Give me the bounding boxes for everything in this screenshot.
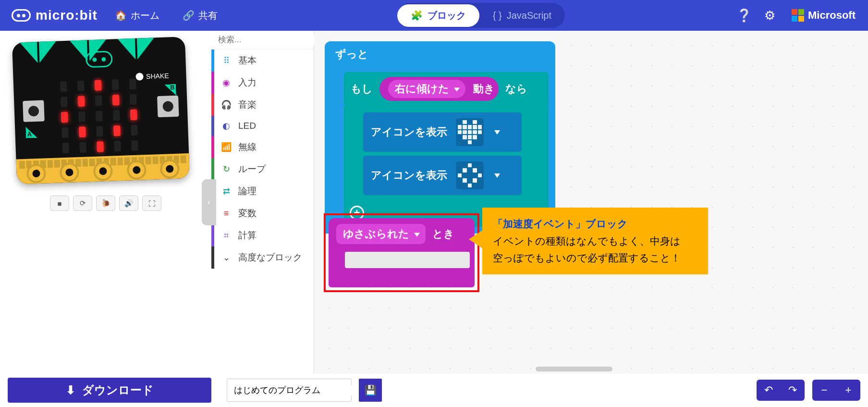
- search-input[interactable]: [217, 35, 321, 45]
- block-show-icon-1[interactable]: アイコンを表示: [363, 112, 522, 152]
- home-label: ホーム: [131, 9, 159, 22]
- led-matrix: [60, 78, 142, 153]
- puzzle-icon: 🧩: [411, 10, 423, 21]
- category-label: LED: [238, 121, 256, 131]
- category-icon: 🎧: [221, 99, 232, 110]
- category-label: 無線: [238, 141, 257, 153]
- button-a[interactable]: [23, 100, 45, 122]
- category-0[interactable]: ⠿基本: [211, 49, 314, 72]
- toolbox: 🔍 ⠿基本◉入力🎧音楽◐LED📶無線↻ループ⇄論理≡変数⌗計算 ⌄ 高度なブロッ…: [211, 31, 314, 373]
- home-button[interactable]: 🏠 ホーム: [106, 5, 168, 26]
- home-icon: 🏠: [115, 10, 127, 21]
- dropdown-icon: [494, 130, 500, 135]
- category-label: 基本: [238, 54, 257, 67]
- icon-diamond[interactable]: [456, 161, 484, 189]
- category-label: 論理: [238, 185, 257, 197]
- toolbox-search: 🔍: [211, 31, 314, 49]
- zoom-out-button[interactable]: −: [812, 380, 836, 401]
- tab-javascript[interactable]: { } JavaScript: [479, 5, 565, 26]
- advanced-label: 高度なブロック: [238, 251, 302, 264]
- show-icon-label-1: アイコンを表示: [371, 125, 447, 139]
- fullscreen-icon: ⛶: [148, 199, 156, 208]
- on-gesture-when: とき: [432, 227, 454, 241]
- category-label: 入力: [238, 76, 257, 89]
- dropdown-icon: [494, 173, 500, 178]
- workspace[interactable]: ずっと もし 右に傾けた 動き なら アイコンを表示: [314, 31, 868, 373]
- stop-icon: ■: [57, 199, 61, 208]
- undo-icon: ↶: [764, 384, 773, 396]
- label-b: B: [164, 84, 176, 96]
- category-icon: ◐: [221, 121, 232, 131]
- logo-text: micro:bit: [36, 8, 98, 23]
- category-3[interactable]: ◐LED: [211, 116, 314, 136]
- zoom-in-button[interactable]: +: [836, 380, 860, 401]
- shake-button[interactable]: SHAKE: [135, 72, 169, 80]
- sim-stop-button[interactable]: ■: [50, 196, 69, 211]
- then-label: なら: [505, 82, 527, 96]
- zoom-group: − +: [812, 380, 860, 401]
- category-label: ループ: [238, 163, 266, 175]
- category-8[interactable]: ⌗計算: [211, 224, 314, 247]
- block-on-gesture[interactable]: ゆさぶられた とき: [329, 218, 475, 287]
- if-label: もし: [351, 82, 373, 96]
- icon-heart[interactable]: [456, 118, 484, 146]
- tab-blocks[interactable]: 🧩 ブロック: [397, 4, 479, 27]
- undo-button[interactable]: ↶: [757, 380, 781, 401]
- gesture-motion-label: 動き: [473, 82, 495, 96]
- redo-icon: ↷: [788, 384, 797, 396]
- workspace-scrollbar[interactable]: [536, 367, 612, 371]
- category-icon: ⠿: [221, 55, 232, 66]
- category-icon: ↻: [221, 164, 232, 174]
- category-1[interactable]: ◉入力: [211, 72, 314, 94]
- category-5[interactable]: ↻ループ: [211, 158, 314, 180]
- callout-line1: イベントの種類はなんでもよく、中身は: [493, 233, 697, 250]
- block-forever[interactable]: ずっと もし 右に傾けた 動き なら アイコンを表示: [325, 41, 555, 234]
- project-name-input[interactable]: [227, 385, 352, 395]
- redo-button[interactable]: ↷: [781, 380, 805, 401]
- block-show-icon-2[interactable]: アイコンを表示: [363, 156, 522, 195]
- sim-audio-button[interactable]: 🔊: [119, 196, 138, 211]
- sim-snail-button[interactable]: 🐌: [96, 196, 115, 211]
- refresh-icon: ⟳: [80, 199, 86, 208]
- save-button[interactable]: 💾: [359, 379, 382, 402]
- settings-button[interactable]: ⚙: [759, 4, 781, 26]
- share-icon: 🔗: [183, 10, 195, 21]
- label-a: A: [25, 126, 37, 138]
- download-icon: ⬇: [66, 383, 75, 397]
- save-icon: 💾: [365, 384, 377, 396]
- tab-blocks-label: ブロック: [428, 9, 466, 22]
- category-6[interactable]: ⇄論理: [211, 180, 314, 202]
- logo[interactable]: micro:bit: [6, 8, 103, 23]
- on-gesture-dropdown[interactable]: ゆさぶられた: [336, 224, 426, 244]
- share-button[interactable]: 🔗 共有: [174, 5, 226, 26]
- button-b[interactable]: [157, 96, 179, 118]
- empty-slot[interactable]: [345, 252, 470, 268]
- advanced-toggle[interactable]: ⌄ 高度なブロック: [211, 247, 314, 269]
- show-icon-label-2: アイコンを表示: [371, 168, 447, 183]
- plus-icon: +: [845, 384, 852, 396]
- microbit-board[interactable]: SHAKE A B 0 1 2 3V: [12, 37, 190, 184]
- help-button[interactable]: ❔: [733, 4, 755, 26]
- top-bar: micro:bit 🏠 ホーム 🔗 共有 🧩 ブロック { } JavaScri…: [0, 0, 868, 31]
- gesture-dropdown[interactable]: 右に傾けた: [388, 80, 465, 98]
- category-icon: ⌗: [221, 231, 232, 241]
- category-4[interactable]: 📶無線: [211, 136, 314, 158]
- category-2[interactable]: 🎧音楽: [211, 94, 314, 116]
- block-if[interactable]: もし 右に傾けた 動き なら: [344, 72, 549, 106]
- audio-icon: 🔊: [124, 199, 134, 208]
- chevron-down-icon: ⌄: [221, 252, 232, 263]
- forever-label: ずっと: [335, 48, 368, 60]
- category-7[interactable]: ≡変数: [211, 202, 314, 224]
- undo-redo-group: ↶ ↷: [757, 380, 805, 401]
- shake-label: SHAKE: [146, 72, 169, 80]
- microsoft-logo[interactable]: Microsoft: [785, 9, 862, 22]
- main: SHAKE A B 0 1 2 3V: [0, 31, 868, 373]
- tab-js-label: JavaScript: [507, 10, 551, 21]
- collapse-handle[interactable]: ‹: [202, 179, 216, 225]
- sim-restart-button[interactable]: ⟳: [73, 196, 92, 211]
- block-is-gesture[interactable]: 右に傾けた 動き: [379, 77, 499, 101]
- category-icon: ⇄: [221, 186, 232, 197]
- microsoft-label: Microsoft: [808, 9, 856, 22]
- download-button[interactable]: ⬇ ダウンロード: [8, 378, 211, 403]
- sim-fullscreen-button[interactable]: ⛶: [142, 196, 161, 211]
